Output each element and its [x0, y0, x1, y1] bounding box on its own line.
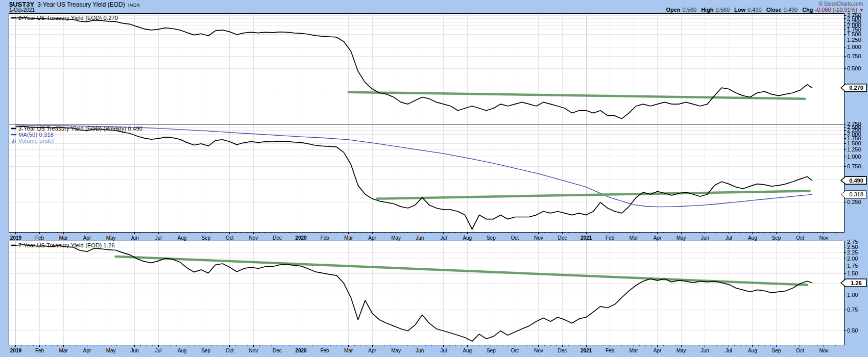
month-tick-label: Jun: [416, 235, 424, 241]
month-tick-label: 2020: [295, 348, 307, 353]
y-axis-label: 0.50: [847, 327, 858, 334]
month-tick-label: Jun: [701, 348, 709, 353]
plot-area: [9, 124, 844, 232]
month-tick-label: Sep: [201, 348, 210, 353]
y-axis-label: 1.50: [847, 270, 858, 276]
month-tick-label: Feb: [320, 235, 329, 241]
month-tick-label: Sep: [201, 235, 210, 241]
legend-label: 2-Year US Treasury Yield (EOD) 0.270: [18, 15, 118, 21]
copyright: © StockCharts.com: [819, 1, 863, 7]
last-value-label: 0.490: [849, 177, 863, 184]
quote-chg-value: -0.060 (-10.91%): [815, 7, 858, 13]
month-tick-label: Apr: [368, 348, 376, 353]
volume-bars-icon: [13, 139, 14, 143]
quote-strip: Open0.560 High0.560 Low0.490 Close0.490 …: [661, 7, 864, 13]
month-tick-label: Dec: [273, 235, 282, 241]
quote-chg-label: Chg: [802, 7, 813, 13]
legend-label: 7-Year US Treasury Yield (EOD) 1.26: [18, 242, 115, 248]
month-tick-label: Feb: [606, 348, 615, 353]
month-tick-label: Jul: [726, 348, 732, 353]
quote-high-value: 0.560: [716, 7, 730, 13]
quote-close-value: 0.490: [784, 7, 798, 13]
month-tick-label: Oct: [511, 235, 519, 241]
quote-low-value: 0.490: [748, 7, 762, 13]
month-tick-label: May: [391, 235, 401, 241]
y-axis-label: 0.250: [847, 199, 861, 205]
legend-label: MA(50) 0.318: [18, 132, 54, 138]
y-axis-label: 1.500: [847, 140, 861, 146]
month-tick-label: Jun: [701, 235, 709, 241]
month-tick-label: 2019: [10, 348, 22, 353]
month-tick-label: Sep: [771, 348, 781, 353]
month-tick-label: Dec: [558, 235, 567, 241]
month-tick-label: Feb: [320, 348, 329, 353]
month-tick-label: 2021: [581, 348, 592, 353]
month-tick-label: Sep: [487, 348, 496, 353]
y-axis-label: 1.00: [847, 292, 858, 298]
month-tick-label: Nov: [819, 235, 829, 241]
month-tick-label: Mar: [59, 348, 68, 353]
chart-canvas: 2019FebMarAprMayJunJulAugSepOctNovDec202…: [0, 0, 868, 357]
month-tick-label: Aug: [463, 235, 472, 241]
exchange-label: INDX: [128, 3, 140, 8]
volume-bars-icon: [15, 140, 16, 143]
month-tick-label: Aug: [748, 235, 757, 241]
month-tick-label: Sep: [771, 235, 781, 241]
month-tick-label: Jun: [131, 235, 139, 241]
month-tick-label: Sep: [487, 235, 496, 241]
month-tick-label: Nov: [249, 235, 258, 241]
y-axis-label: 2.25: [847, 249, 858, 256]
y-axis-label: 1.000: [847, 154, 861, 160]
panel-3-year-yield-weekly: 2.7502.5002.2502.0001.7501.5001.2501.000…: [9, 121, 866, 233]
month-tick-label: Nov: [534, 235, 543, 241]
month-tick-label: Jul: [155, 235, 162, 241]
y-axis-label: 2.00: [847, 256, 858, 262]
month-tick-label: May: [106, 235, 116, 241]
month-tick-label: 2019: [10, 235, 22, 241]
month-tick-label: Mar: [344, 348, 353, 353]
month-tick-label: Aug: [178, 235, 187, 241]
page-title: 3-Year US Treasury Yield (EOD): [37, 1, 125, 8]
month-tick-label: 2021: [581, 235, 592, 241]
month-tick-label: Jul: [155, 348, 162, 353]
last-value-label: 1.26: [851, 280, 861, 286]
volume-bars-icon: [12, 141, 13, 143]
month-tick-label: 2020: [295, 235, 307, 241]
y-axis-label: 1.000: [847, 44, 861, 50]
month-tick-label: Oct: [796, 348, 804, 353]
month-tick-label: Jul: [440, 235, 447, 241]
month-tick-label: Apr: [83, 235, 91, 241]
legend-label: Volume undef: [18, 138, 54, 144]
month-tick-label: Aug: [748, 348, 757, 353]
month-tick-label: Mar: [629, 348, 638, 353]
month-tick-label: May: [106, 348, 116, 353]
y-axis-label: 1.250: [847, 37, 861, 43]
y-axis-label: 0.750: [847, 163, 861, 169]
month-tick-label: Feb: [35, 235, 44, 241]
month-tick-label: Nov: [534, 348, 543, 353]
y-axis-label: 1.75: [847, 263, 858, 269]
chart-date: 1-Oct-2021: [9, 7, 35, 13]
y-axis-label: 0.500: [847, 65, 861, 71]
month-tick-label: Nov: [819, 348, 829, 353]
month-tick-label: Feb: [606, 235, 615, 241]
quote-open-value: 0.560: [683, 7, 697, 13]
month-tick-label: Jun: [416, 348, 424, 353]
month-tick-label: Apr: [654, 348, 662, 353]
last-value-label: 0.270: [849, 85, 863, 91]
month-tick-label: Jul: [726, 235, 732, 241]
month-tick-label: Apr: [368, 235, 376, 241]
month-tick-label: Aug: [463, 348, 472, 353]
y-axis-label: 1.250: [847, 146, 861, 152]
month-tick-label: Apr: [83, 348, 91, 353]
y-axis-label: 0.75: [847, 307, 858, 313]
month-tick-label: Oct: [796, 235, 804, 241]
month-tick-label: Feb: [35, 348, 44, 353]
month-tick-label: Jun: [131, 348, 139, 353]
month-tick-label: Dec: [558, 348, 567, 353]
quote-low-label: Low: [734, 7, 745, 13]
quote-dropdown-icon[interactable]: ▼: [859, 8, 864, 13]
month-tick-label: Aug: [178, 348, 187, 353]
last-value-label: 0.318: [849, 191, 863, 197]
month-tick-label: May: [677, 348, 686, 353]
